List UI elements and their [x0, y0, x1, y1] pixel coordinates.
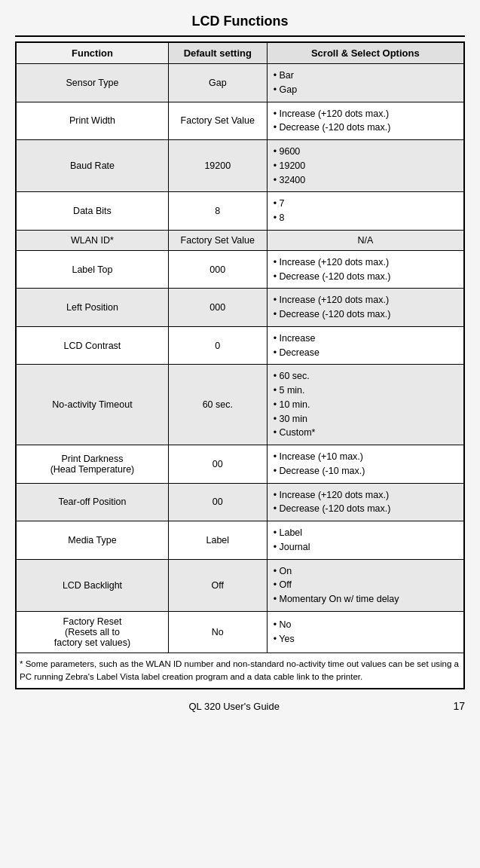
option-item: Journal [274, 540, 457, 555]
table-row: LCD BacklightOffOnOffMomentary On w/ tim… [17, 559, 464, 611]
cell-default: 00 [168, 445, 267, 484]
cell-options: LabelJournal [267, 521, 463, 560]
option-item: Increase (+10 max.) [274, 450, 457, 464]
option-item: Label [274, 526, 457, 540]
cell-options: 96001920032400 [267, 140, 463, 192]
option-item: Increase (+120 dots max.) [274, 107, 457, 121]
cell-default: 00 [168, 483, 267, 521]
option-item: 5 min. [274, 384, 457, 398]
table-row: LCD Contrast0IncreaseDecrease [17, 326, 464, 365]
cell-function: Print Darkness(Head Temperature) [17, 445, 169, 484]
page-footer: QL 320 User's Guide 17 [15, 697, 465, 715]
cell-options: Increase (+120 dots max.)Decrease (-120 … [267, 102, 463, 140]
header-default: Default setting [168, 43, 267, 64]
option-item: 60 sec. [274, 369, 457, 384]
table-row: Data Bits878 [17, 192, 464, 231]
option-item: 30 min [274, 412, 457, 426]
cell-function: No-activity Timeout [17, 365, 169, 445]
cell-function: Data Bits [17, 192, 169, 231]
table-row: Print WidthFactory Set ValueIncrease (+1… [17, 102, 464, 140]
table-row: No-activity Timeout60 sec.60 sec.5 min.1… [17, 365, 464, 445]
cell-options: Increase (+120 dots max.)Decrease (-120 … [267, 250, 463, 289]
option-item: Decrease [274, 346, 457, 360]
cell-function: Sensor Type [17, 64, 169, 102]
option-item: 32400 [274, 173, 457, 188]
cell-function: Factory Reset(Resets all tofactory set v… [17, 611, 169, 653]
cell-function: Left Position [17, 289, 169, 327]
table-row: WLAN ID*Factory Set ValueN/A [17, 230, 464, 250]
cell-default: Gap [168, 64, 267, 102]
table-row: Media TypeLabelLabelJournal [17, 521, 464, 560]
cell-default: 8 [168, 192, 267, 231]
cell-function: Print Width [17, 102, 169, 140]
option-item: Increase (+120 dots max.) [274, 255, 457, 270]
cell-default: 000 [168, 250, 267, 289]
footnote: * Some parameters, such as the WLAN ID n… [16, 653, 464, 689]
table-row: Print Darkness(Head Temperature)00Increa… [17, 445, 464, 484]
option-item: Custom* [274, 426, 457, 440]
cell-default: Label [168, 521, 267, 560]
table-header-row: Function Default setting Scroll & Select… [17, 43, 464, 64]
option-item: Momentary On w/ time delay [274, 592, 457, 607]
cell-function: Baud Rate [17, 140, 169, 192]
cell-options: NoYes [267, 611, 463, 653]
option-item: Gap [274, 83, 457, 97]
cell-options: 60 sec.5 min.10 min.30 minCustom* [267, 365, 463, 445]
option-item: Decrease (-10 max.) [274, 464, 457, 478]
option-item: No [274, 618, 457, 632]
cell-function: Media Type [17, 521, 169, 560]
option-item: Increase (+120 dots max.) [274, 488, 457, 503]
option-item: 7 [274, 197, 457, 211]
cell-function: LCD Contrast [17, 326, 169, 365]
option-item: Decrease (-120 dots max.) [274, 307, 457, 322]
option-item: Off [274, 578, 457, 592]
cell-options: Increase (+10 max.)Decrease (-10 max.) [267, 445, 463, 484]
option-item: On [274, 564, 457, 579]
cell-options: 78 [267, 192, 463, 231]
option-item: Yes [274, 632, 457, 646]
lcd-functions-table: Function Default setting Scroll & Select… [15, 41, 465, 689]
cell-function: Tear-off Position [17, 483, 169, 521]
header-function: Function [17, 43, 169, 64]
option-item: 9600 [274, 145, 457, 159]
option-item: 19200 [274, 159, 457, 173]
header-options: Scroll & Select Options [267, 43, 463, 64]
table-row: Left Position000Increase (+120 dots max.… [17, 289, 464, 327]
cell-default: 60 sec. [168, 365, 267, 445]
cell-default: 000 [168, 289, 267, 327]
cell-default: Factory Set Value [168, 230, 267, 250]
table-row: Sensor TypeGapBarGap [17, 64, 464, 102]
cell-default: No [168, 611, 267, 653]
option-item: Decrease (-120 dots max.) [274, 502, 457, 516]
cell-options: N/A [267, 230, 463, 250]
option-item: Increase [274, 332, 457, 346]
option-item: 10 min. [274, 398, 457, 412]
option-item: Bar [274, 69, 457, 83]
table-row: Factory Reset(Resets all tofactory set v… [17, 611, 464, 653]
cell-function: LCD Backlight [17, 559, 169, 611]
cell-options: IncreaseDecrease [267, 326, 463, 365]
cell-default: Off [168, 559, 267, 611]
footer-label: QL 320 User's Guide [15, 701, 453, 712]
option-item: 8 [274, 211, 457, 225]
cell-function: WLAN ID* [17, 230, 169, 250]
cell-options: Increase (+120 dots max.)Decrease (-120 … [267, 289, 463, 327]
table-row: Label Top000Increase (+120 dots max.)Dec… [17, 250, 464, 289]
cell-function: Label Top [17, 250, 169, 289]
option-item: Decrease (-120 dots max.) [274, 121, 457, 135]
table-row: Baud Rate1920096001920032400 [17, 140, 464, 192]
cell-default: Factory Set Value [168, 102, 267, 140]
page-title: LCD Functions [15, 8, 465, 37]
cell-options: OnOffMomentary On w/ time delay [267, 559, 463, 611]
cell-default: 0 [168, 326, 267, 365]
cell-options: BarGap [267, 64, 463, 102]
footer-page: 17 [453, 700, 465, 712]
option-item: Decrease (-120 dots max.) [274, 270, 457, 284]
cell-default: 19200 [168, 140, 267, 192]
option-item: Increase (+120 dots max.) [274, 293, 457, 307]
cell-options: Increase (+120 dots max.)Decrease (-120 … [267, 483, 463, 521]
table-row: Tear-off Position00Increase (+120 dots m… [17, 483, 464, 521]
